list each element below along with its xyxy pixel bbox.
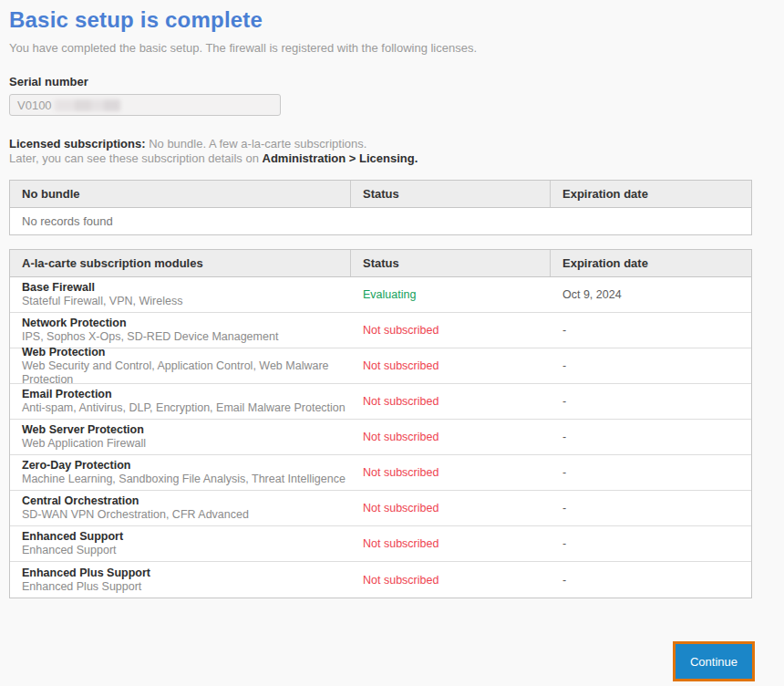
status-text: Not subscribed <box>363 359 438 372</box>
serial-number-label: Serial number <box>9 75 752 88</box>
subscription-module-row: Enhanced Plus Support Enhanced Plus Supp… <box>10 562 751 598</box>
expiration-date: - <box>562 395 566 408</box>
subscription-module-row: Enhanced Support Enhanced Support Not su… <box>10 526 751 562</box>
module-name: Enhanced Support <box>22 530 351 544</box>
subscription-module-row: Zero-Day Protection Machine Learning, Sa… <box>10 455 751 491</box>
status-text: Not subscribed <box>363 431 438 443</box>
serial-number-redacted-blur <box>55 99 120 111</box>
alacarte-table-header-status: Status <box>351 250 551 276</box>
module-description: SD-WAN VPN Orchestration, CFR Advanced <box>22 508 351 522</box>
bundle-table-header: No bundle Status Expiration date <box>10 181 751 208</box>
module-name: Enhanced Plus Support <box>22 566 351 580</box>
status-text: Not subscribed <box>363 466 438 479</box>
status-text: Evaluating <box>363 288 416 301</box>
subscription-module-row: Central Orchestration SD-WAN VPN Orchest… <box>10 491 751 526</box>
module-description: Enhanced Plus Support <box>22 580 351 594</box>
subscription-module-row: Network Protection IPS, Sophos X-Ops, SD… <box>10 313 751 348</box>
expiration-date: - <box>562 324 566 337</box>
module-description: IPS, Sophos X-Ops, SD-RED Device Managem… <box>22 330 351 344</box>
expiration-date: - <box>562 431 566 443</box>
page-subtitle: You have completed the basic setup. The … <box>9 41 752 55</box>
subscription-module-row: Web Server Protection Web Application Fi… <box>10 420 751 455</box>
status-text: Not subscribed <box>363 574 438 587</box>
status-text: Not subscribed <box>363 537 438 550</box>
module-description: Enhanced Support <box>22 544 351 557</box>
licensed-subscriptions-line1: Licensed subscriptions: No bundle. A few… <box>9 137 752 151</box>
licensing-hint-text: Later, you can see these subscription de… <box>9 151 263 165</box>
module-name: Zero-Day Protection <box>22 459 351 473</box>
licensed-subscriptions-text: Licensed subscriptions: No bundle. A few… <box>9 137 752 166</box>
serial-number-value: V0100 <box>17 99 52 112</box>
alacarte-table: A-la-carte subscription modules Status E… <box>9 249 752 598</box>
bundle-table: No bundle Status Expiration date No reco… <box>9 180 752 235</box>
expiration-date: - <box>562 574 566 587</box>
module-name: Network Protection <box>22 317 351 330</box>
page-title: Basic setup is complete <box>9 7 752 33</box>
licensing-path-text: Administration > Licensing. <box>263 151 418 165</box>
status-text: Not subscribed <box>363 395 438 408</box>
alacarte-table-header-modules: A-la-carte subscription modules <box>10 250 351 276</box>
setup-complete-page: Basic setup is complete You have complet… <box>0 0 752 598</box>
module-name: Email Protection <box>22 388 351 401</box>
status-text: Not subscribed <box>363 324 438 337</box>
serial-number-input[interactable]: V0100 <box>9 94 281 116</box>
module-description: Web Application Firewall <box>22 437 351 451</box>
alacarte-table-header-expiration: Expiration date <box>551 250 751 276</box>
expiration-date: - <box>562 537 566 550</box>
licensed-subscriptions-summary: No bundle. A few a-la-carte subscription… <box>146 137 367 151</box>
module-name: Web Server Protection <box>22 423 351 437</box>
subscription-module-row: Web Protection Web Security and Control,… <box>10 348 751 384</box>
bundle-table-header-status: Status <box>351 181 551 207</box>
module-description: Machine Learning, Sandboxing File Analys… <box>22 473 351 486</box>
bundle-table-header-expiration: Expiration date <box>551 181 751 207</box>
module-description: Anti-spam, Antivirus, DLP, Encryption, E… <box>22 401 351 415</box>
module-name: Web Protection <box>22 346 351 359</box>
subscription-module-row: Email Protection Anti-spam, Antivirus, D… <box>10 384 751 420</box>
status-text: Not subscribed <box>363 502 438 514</box>
continue-button[interactable]: Continue <box>676 644 752 679</box>
module-description: Stateful Firewall, VPN, Wireless <box>22 295 351 308</box>
alacarte-table-body: Base Firewall Stateful Firewall, VPN, Wi… <box>10 277 751 598</box>
module-name: Central Orchestration <box>22 494 351 508</box>
alacarte-table-header: A-la-carte subscription modules Status E… <box>10 250 751 277</box>
bundle-table-header-name: No bundle <box>10 181 351 207</box>
module-description: Web Security and Control, Application Co… <box>22 359 351 387</box>
licensed-subscriptions-label: Licensed subscriptions: <box>9 137 146 151</box>
licensed-subscriptions-line2: Later, you can see these subscription de… <box>9 151 752 166</box>
module-name: Base Firewall <box>22 281 351 295</box>
continue-button-highlight: Continue <box>673 641 755 681</box>
expiration-date: - <box>562 502 566 514</box>
expiration-date: - <box>562 359 566 372</box>
expiration-date: - <box>562 466 566 479</box>
bundle-table-empty-row: No records found <box>10 208 751 234</box>
expiration-date: Oct 9, 2024 <box>562 288 622 301</box>
subscription-module-row: Base Firewall Stateful Firewall, VPN, Wi… <box>10 277 751 313</box>
